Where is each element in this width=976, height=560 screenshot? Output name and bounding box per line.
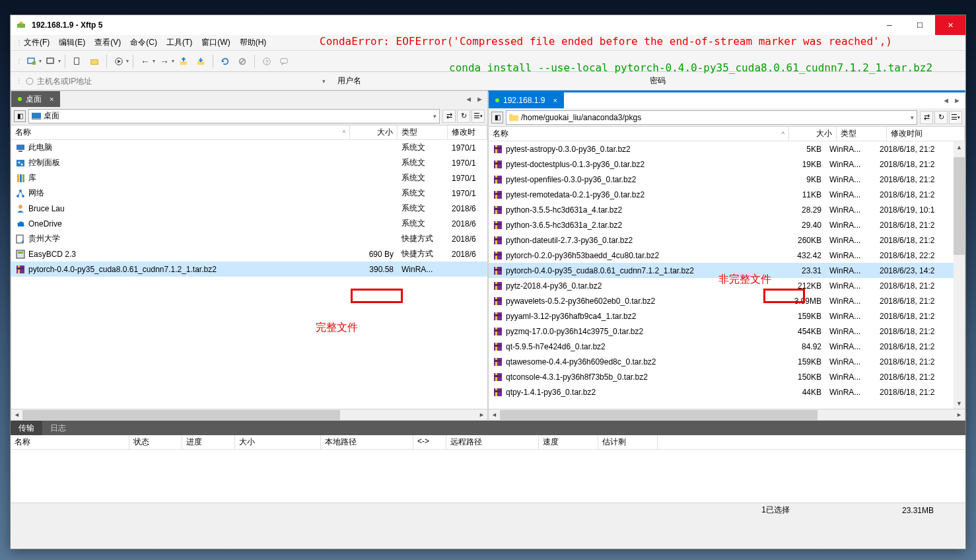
col-date[interactable]: 修改时	[448, 125, 487, 139]
file-row[interactable]: pytest-openfiles-0.3.0-py36_0.tar.bz29KB…	[489, 172, 954, 187]
file-row[interactable]: pytorch-0.4.0-py35_cuda8.0.61_cudnn7.1.2…	[489, 263, 954, 278]
tcol-arrow[interactable]: <->	[413, 435, 446, 449]
host-input[interactable]	[34, 75, 318, 87]
refresh-button[interactable]	[217, 53, 233, 69]
col-name[interactable]: 名称^	[489, 127, 789, 141]
file-row[interactable]: pyyaml-3.12-py36hafb9ca4_1.tar.bz2159KBW…	[489, 308, 954, 324]
file-row[interactable]: python-3.6.5-hc3d631a_2.tar.bz229.40WinR…	[489, 217, 954, 232]
file-row[interactable]: pytest-doctestplus-0.1.3-py36_0.tar.bz21…	[489, 157, 954, 172]
file-row[interactable]: qtawesome-0.4.4-py36h609ed8c_0.tar.bz215…	[489, 354, 954, 369]
file-row[interactable]: python-3.5.5-hc3d631a_4.tar.bz228.29WinR…	[489, 202, 954, 217]
file-row[interactable]: 网络系统文1970/1	[11, 186, 487, 201]
pass-input[interactable]	[668, 75, 952, 87]
menu-edit[interactable]: 编辑(E)	[55, 36, 89, 50]
remote-path-box[interactable]: /home/guokai_liu/anaconda3/pkgs ▾	[506, 110, 917, 125]
col-type[interactable]: 类型	[837, 127, 887, 141]
host-dropdown[interactable]: ▾	[318, 78, 330, 85]
file-row[interactable]: EasyBCD 2.3690 By快捷方式2018/6	[11, 246, 487, 262]
menu-file[interactable]: 文件(F)	[20, 36, 53, 50]
file-row[interactable]: python-dateutil-2.7.3-py36_0.tar.bz2260K…	[489, 232, 954, 248]
menu-command[interactable]: 命令(C)	[126, 36, 161, 50]
local-tab-close-icon[interactable]: ×	[50, 95, 53, 103]
maximize-button[interactable]: ☐	[905, 15, 935, 35]
file-row[interactable]: 库系统文1970/1	[11, 170, 487, 186]
transfer-icon[interactable]: ⇄	[442, 110, 456, 123]
tcol-progress[interactable]: 进度	[182, 435, 235, 449]
sidebar-toggle-icon[interactable]: ◧	[14, 110, 26, 122]
menu-window[interactable]: 窗口(W)	[197, 36, 234, 50]
tab-prev-icon[interactable]: ◄	[464, 95, 473, 103]
remote-hscroll[interactable]: ◄►	[489, 409, 965, 420]
file-row[interactable]: pytorch-0.2.0-py36h53baedd_4cu80.tar.bz2…	[489, 248, 954, 263]
forward-button[interactable]: →	[157, 53, 172, 69]
svg-rect-78	[494, 345, 502, 347]
new-session-button[interactable]	[24, 53, 40, 69]
menu-view[interactable]: 查看(V)	[90, 36, 125, 50]
play-button[interactable]	[111, 53, 127, 69]
svg-rect-75	[494, 330, 502, 332]
tcol-remote[interactable]: 远程路径	[446, 435, 539, 449]
file-type: WinRA...	[825, 205, 876, 215]
back-button[interactable]: ←	[137, 53, 153, 69]
local-path-box[interactable]: 桌面 ▾	[28, 109, 440, 123]
file-row[interactable]: pyzmq-17.0.0-py36h14c3975_0.tar.bz2454KB…	[489, 324, 954, 339]
reconnect-button[interactable]	[43, 53, 59, 69]
user-input[interactable]	[364, 75, 648, 87]
tcol-local[interactable]: 本地路径	[321, 435, 413, 449]
bottom-tabs: 传输 日志	[11, 421, 965, 435]
file-row[interactable]: pytest-astropy-0.3.0-py36_0.tar.bz25KBWi…	[489, 141, 954, 157]
tcol-size[interactable]: 大小	[235, 435, 321, 449]
menu-help[interactable]: 帮助(H)	[236, 36, 271, 50]
col-type[interactable]: 类型	[398, 125, 448, 139]
file-row[interactable]: qtconsole-4.3.1-py36h8f73b5b_0.tar.bz215…	[489, 369, 954, 384]
sidebar-toggle-icon[interactable]: ◧	[491, 112, 503, 123]
file-type: 系统文	[398, 142, 448, 153]
view-mode-icon[interactable]: ☰▾	[471, 110, 485, 123]
close-button[interactable]: ✕	[935, 15, 965, 35]
file-row[interactable]: qtpy-1.4.1-py36_0.tar.bz244KBWinRA...201…	[489, 384, 954, 400]
file-row[interactable]: pytest-remotedata-0.2.1-py36_0.tar.bz211…	[489, 187, 954, 202]
tab-next-icon[interactable]: ►	[475, 95, 485, 103]
file-row[interactable]: pywavelets-0.5.2-py36he602eb0_0.tar.bz23…	[489, 293, 954, 308]
feedback-button[interactable]	[276, 53, 292, 69]
new-file-button[interactable]	[69, 53, 85, 69]
local-hscroll[interactable]: ◄►	[11, 409, 487, 420]
col-size[interactable]: 大小	[350, 125, 398, 139]
remote-tab[interactable]: 192.168.1.9 ×	[489, 92, 564, 108]
tcol-name[interactable]: 名称	[11, 435, 129, 449]
remote-tab-close-icon[interactable]: ×	[553, 96, 557, 104]
file-row[interactable]: OneDrive系统文2018/6	[11, 216, 487, 231]
refresh-local-icon[interactable]: ↻	[457, 110, 470, 123]
tcol-speed[interactable]: 速度	[539, 435, 598, 449]
view-mode-icon[interactable]: ☰▾	[949, 111, 962, 124]
refresh-remote-icon[interactable]: ↻	[934, 111, 948, 124]
col-date[interactable]: 修改时间	[887, 127, 965, 141]
local-tab[interactable]: 桌面 ×	[11, 91, 60, 107]
tab-next-icon[interactable]: ►	[952, 96, 962, 104]
tab-transfer[interactable]: 传输	[11, 421, 42, 435]
tab-log[interactable]: 日志	[42, 421, 74, 435]
stop-button[interactable]	[234, 53, 250, 69]
transfer-icon[interactable]: ⇄	[920, 111, 933, 124]
file-row[interactable]: pytorch-0.4.0-py35_cuda8.0.61_cudnn7.1.2…	[11, 262, 487, 277]
remote-vscroll[interactable]: ▲▼	[954, 141, 965, 409]
new-folder-button[interactable]	[87, 53, 102, 69]
menu-tools[interactable]: 工具(T)	[162, 36, 196, 50]
tcol-status[interactable]: 状态	[129, 435, 182, 449]
file-date: 2018/6/18, 21:2	[876, 175, 954, 184]
upload-button[interactable]	[176, 53, 192, 69]
tcol-remain[interactable]: 估计剩	[598, 435, 658, 449]
tab-prev-icon[interactable]: ◄	[941, 96, 951, 104]
col-name[interactable]: 名称^	[11, 125, 350, 139]
file-row[interactable]: 控制面板系统文1970/1	[11, 155, 487, 170]
file-row[interactable]: 此电脑系统文1970/1	[11, 140, 487, 155]
download-button[interactable]	[193, 53, 209, 69]
col-size[interactable]: 大小	[789, 127, 837, 141]
file-row[interactable]: Bruce Lau系统文2018/6	[11, 201, 487, 216]
help-button[interactable]: ?	[259, 53, 275, 69]
file-row[interactable]: qt-5.9.5-h7e424d6_0.tar.bz284.92WinRA...…	[489, 339, 954, 354]
file-row[interactable]: pytz-2018.4-py36_0.tar.bz2212KBWinRA...2…	[489, 278, 954, 293]
svg-rect-30	[17, 250, 24, 258]
file-row[interactable]: 贵州大学快捷方式2018/6	[11, 231, 487, 246]
minimize-button[interactable]: ─	[874, 15, 905, 35]
